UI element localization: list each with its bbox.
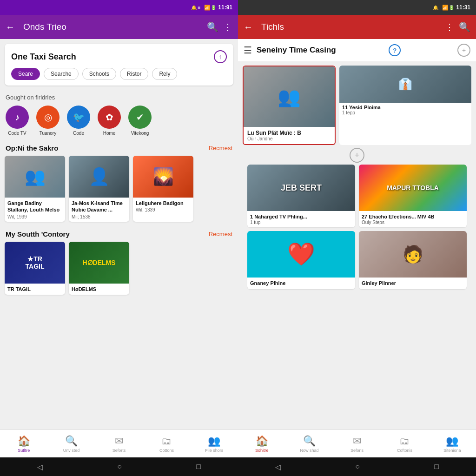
section2-link[interactable]: Recmest xyxy=(209,231,232,238)
right-nav-search[interactable]: 🔍 Now shad xyxy=(285,435,333,453)
show-card-2-info: Leliguhere Badigon Wil, 1339 xyxy=(133,198,193,215)
right-scroll-content: ☰ Seneiny Time Casing ? + 👥 Lu Sun Plät … xyxy=(238,39,476,430)
nav-left-mail[interactable]: ✉ Seforts xyxy=(95,435,143,453)
show-card-tagil-thumb: ★TRTAGIL xyxy=(5,242,65,284)
quick-link-tuanory[interactable]: ◎ Tuanory xyxy=(36,106,60,136)
right-nav-collections[interactable]: 🗂 Coftonis xyxy=(381,435,428,453)
right-nav-home[interactable]: 🏠 Sohitre xyxy=(238,435,285,453)
show-card-0-img: 👥 xyxy=(5,156,65,198)
menu-section-left: ☰ Seneiny Time Casing xyxy=(244,45,336,56)
show-card-0-meta: Wil, 1939 xyxy=(7,214,62,219)
left-phone: 🔔 ≡ 📶 🔋 11:91 ← Onds Trieo 🔍 ⋮ One Taxi … xyxy=(0,0,238,476)
show-card-1-thumb: 👤 xyxy=(69,156,129,198)
grid-card-gnaney-title: Gnaney Plhine xyxy=(250,280,352,286)
grid-card-ginley[interactable]: 🧑 Ginley Plinner xyxy=(359,231,467,289)
quick-link-home[interactable]: ✿ Home xyxy=(98,106,121,136)
section1-cards: 👥 Gange Badiny Stallany, Louth Melso Wil… xyxy=(0,154,238,226)
show-card-2[interactable]: 🌄 Leliguhere Badigon Wil, 1339 xyxy=(133,156,193,222)
pill-rely[interactable]: Rely xyxy=(152,68,177,80)
show-card-0-thumb: 👥 xyxy=(5,156,65,198)
right-recents-btn[interactable]: □ xyxy=(434,463,439,471)
right-back-button[interactable]: ← xyxy=(244,22,253,33)
hamburger-icon[interactable]: ☰ xyxy=(244,45,252,56)
left-bottom-nav: 🏠 Sutltre 🔍 Unv sted ✉ Seforts 🗂 Cottons… xyxy=(0,430,238,457)
search-card-title: One Taxi Search xyxy=(11,52,76,62)
nav-left-search[interactable]: 🔍 Unv sted xyxy=(47,435,95,453)
show-card-heidel-info: HøDELMS xyxy=(69,284,129,295)
quick-link-code[interactable]: 🐦 Code xyxy=(67,106,90,136)
pill-seare[interactable]: Seare xyxy=(11,68,40,80)
left-back-button[interactable]: ← xyxy=(6,22,15,33)
pill-schoots[interactable]: Schoots xyxy=(82,68,116,80)
show-card-0-info: Gange Badiny Stallany, Louth Melso Wil, … xyxy=(5,198,65,222)
show-card-heidel-img: H∅DELMS xyxy=(69,242,129,284)
show-card-2-title: Leliguhere Badigon xyxy=(136,200,191,206)
mail-icon: ✉ xyxy=(115,435,123,447)
featured-main-card[interactable]: 👥 Lu Sun Plät Muïc : B Oüir Jaridne xyxy=(243,66,336,145)
left-android-bar: ◁ ○ □ xyxy=(0,457,238,476)
right-search-button[interactable]: 🔍 xyxy=(459,21,470,33)
show-card-1-info: Ja-Mos K-Isand Time Nubic Davame ... Mii… xyxy=(69,198,129,222)
right-app-title: Tichls xyxy=(261,22,440,32)
show-card-2-img: 🌄 xyxy=(133,156,193,198)
section1-link[interactable]: Recmest xyxy=(209,145,232,152)
quick-link-vitekong-icon: ✔ xyxy=(128,106,152,129)
left-app-bar: ← Onds Trieo 🔍 ⋮ xyxy=(0,15,238,39)
left-search-button[interactable]: 🔍 xyxy=(207,21,218,33)
home-button[interactable]: ○ xyxy=(117,463,122,471)
add-more-button[interactable]: + xyxy=(350,148,364,163)
quick-link-codetv-label: Code TV xyxy=(8,131,26,136)
right-collections-icon: 🗂 xyxy=(399,435,410,447)
nav-left-mail-label: Seforts xyxy=(112,448,126,453)
featured-main-info: Lu Sun Plät Muïc : B Oüir Jaridne xyxy=(244,127,335,144)
show-card-tagil-title: TR TAGIL xyxy=(7,286,62,292)
grid-card-naharged[interactable]: JEB SERT 1 Naharged TV Phling... 1 tup xyxy=(247,165,355,227)
side-card-0-meta: 1 tepp xyxy=(342,110,469,115)
featured-row: 👥 Lu Sun Plät Muïc : B Oüir Jaridne 👔 xyxy=(243,66,471,145)
right-nav-search-label: Now shad xyxy=(300,448,319,453)
right-search-icon: 🔍 xyxy=(303,435,316,447)
grid-card-ehacho-meta: Ouly Steps xyxy=(362,220,464,225)
quick-link-vitekong[interactable]: ✔ Vitekong xyxy=(128,106,152,136)
grid-card-ehacho-title: 27 Ehacho Efections... MIV 4B xyxy=(362,213,464,220)
side-card-0-title: 11 Yesid Ploima xyxy=(342,105,469,110)
show-card-2-thumb: 🌄 xyxy=(133,156,193,198)
right-nav-people[interactable]: 👥 Siteniona xyxy=(429,435,476,453)
pill-ristor[interactable]: Ristor xyxy=(120,68,148,80)
quick-link-codetv[interactable]: ♪ Code TV xyxy=(6,106,29,136)
grid-card-gnaney[interactable]: ❤️ Gnaney Plhine xyxy=(247,231,355,289)
search-info-icon[interactable]: ↑ xyxy=(214,50,227,63)
right-nav-mail[interactable]: ✉ Sefons xyxy=(333,435,381,453)
show-card-2-meta: Wil, 1339 xyxy=(136,207,191,212)
show-card-tagil-img: ★TRTAGIL xyxy=(5,242,65,284)
left-more-button[interactable]: ⋮ xyxy=(223,21,232,33)
gought-label: Gought on firidries xyxy=(0,89,238,104)
grid-card-ginley-title: Ginley Plinner xyxy=(362,280,464,286)
nav-left-people[interactable]: 👥 File shors xyxy=(191,435,238,453)
section2-header: My Soutth 'Contory Recmest xyxy=(0,226,238,240)
side-card-0-img: 👔 xyxy=(339,66,471,103)
back-button[interactable]: ◁ xyxy=(37,463,43,471)
search-icon: 🔍 xyxy=(65,435,78,447)
nav-left-home-label: Sutltre xyxy=(18,448,30,453)
left-status-bar: 🔔 ≡ 📶 🔋 11:91 xyxy=(0,0,238,15)
left-time: 11:91 xyxy=(218,4,232,11)
grid-card-ehacho[interactable]: MAPUR TTOBLA 27 Ehacho Efections... MIV … xyxy=(359,165,467,227)
show-card-0[interactable]: 👥 Gange Badiny Stallany, Louth Melso Wil… xyxy=(5,156,65,222)
add-circle-icon[interactable]: + xyxy=(457,44,470,57)
pill-searche[interactable]: Searche xyxy=(44,68,79,80)
side-card-0[interactable]: 👔 11 Yesid Ploima 1 tepp xyxy=(339,66,471,145)
right-more-button[interactable]: ⋮ xyxy=(445,21,454,33)
right-home-btn[interactable]: ○ xyxy=(355,463,360,471)
show-card-1[interactable]: 👤 Ja-Mos K-Isand Time Nubic Davame ... M… xyxy=(69,156,129,222)
right-back-btn[interactable]: ◁ xyxy=(275,463,281,471)
recents-button[interactable]: □ xyxy=(196,463,201,471)
nav-left-collections[interactable]: 🗂 Cottons xyxy=(143,435,190,453)
menu-info-icon[interactable]: ? xyxy=(389,44,401,56)
grid-row-1: JEB SERT 1 Naharged TV Phling... 1 tup M… xyxy=(243,165,471,231)
filter-pills: Seare Searche Schoots Ristor Rely xyxy=(11,68,227,80)
grid-card-ehacho-info: 27 Ehacho Efections... MIV 4B Ouly Steps xyxy=(359,211,467,227)
show-card-heidel[interactable]: H∅DELMS HøDELMS xyxy=(69,242,129,295)
show-card-tagil[interactable]: ★TRTAGIL TR TAGIL xyxy=(5,242,65,295)
nav-left-home[interactable]: 🏠 Sutltre xyxy=(0,435,47,453)
